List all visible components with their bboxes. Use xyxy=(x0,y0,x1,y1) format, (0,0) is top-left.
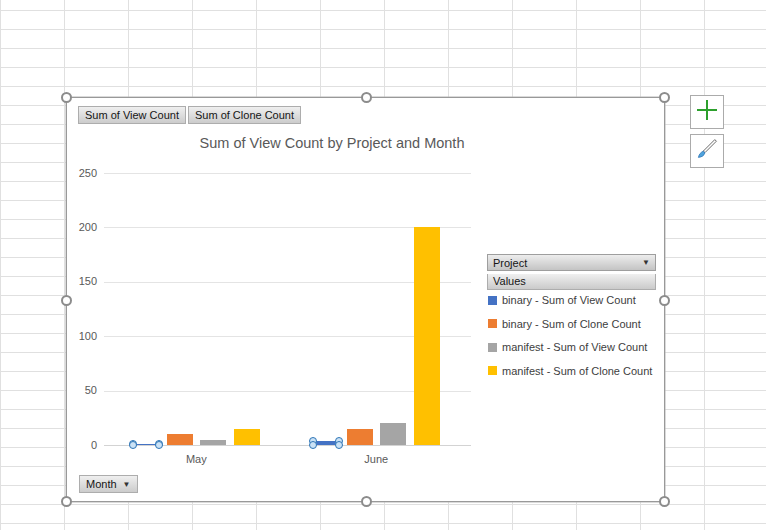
legend-swatch-icon xyxy=(488,319,497,328)
legend-field-label: Project xyxy=(493,257,527,269)
chart-elements-button[interactable] xyxy=(690,95,724,129)
axis-field-label: Month xyxy=(86,476,117,493)
legend-item-label: manifest - Sum of View Count xyxy=(502,341,647,353)
legend-item[interactable]: binary - Sum of View Count xyxy=(488,293,652,307)
bar-may-series1[interactable] xyxy=(167,434,193,445)
series-selection-handle[interactable] xyxy=(155,441,163,449)
brush-icon xyxy=(696,138,718,164)
x-axis-category-label: June xyxy=(331,453,421,467)
legend-item[interactable]: binary - Sum of Clone Count xyxy=(488,317,652,331)
series-selection-handle[interactable] xyxy=(335,441,343,449)
pivot-chart-object[interactable]: Sum of View Count Sum of Clone Count Sum… xyxy=(66,97,665,502)
legend-item[interactable]: manifest - Sum of Clone Count xyxy=(488,364,652,378)
y-axis-tick-label: 100 xyxy=(67,330,97,343)
series-selection-handle[interactable] xyxy=(129,441,137,449)
legend-swatch-icon xyxy=(488,343,497,352)
bar-may-series2[interactable] xyxy=(200,440,226,445)
chevron-down-icon: ▼ xyxy=(123,476,131,493)
chevron-down-icon: ▼ xyxy=(642,258,650,267)
bar-june-series1[interactable] xyxy=(347,429,373,445)
chart-selection-handle-top-left[interactable] xyxy=(61,92,72,103)
y-axis-tick-label: 150 xyxy=(67,275,97,288)
bar-may-series3[interactable] xyxy=(234,429,260,445)
chart-selection-handle-bottom-right[interactable] xyxy=(659,496,670,507)
bar-june-series3[interactable] xyxy=(414,227,440,445)
legend-values-header: Values xyxy=(487,274,656,290)
bar-june-series2[interactable] xyxy=(380,423,406,445)
series-selection-handle[interactable] xyxy=(309,441,317,449)
plus-icon xyxy=(696,99,718,125)
chart-selection-handle-middle-left[interactable] xyxy=(61,295,72,306)
chart-selection-handle-top-middle[interactable] xyxy=(361,92,372,103)
y-axis-tick-label: 200 xyxy=(67,221,97,234)
y-axis-tick-label: 50 xyxy=(67,384,97,397)
legend-item-label: manifest - Sum of Clone Count xyxy=(502,365,652,377)
legend-item[interactable]: manifest - Sum of View Count xyxy=(488,340,652,354)
chart-selection-handle-bottom-middle[interactable] xyxy=(361,496,372,507)
legend-swatch-icon xyxy=(488,366,497,375)
y-axis-tick-label: 250 xyxy=(67,167,97,180)
legend-values-label: Values xyxy=(493,275,526,287)
y-axis-tick-label: 0 xyxy=(67,439,97,452)
legend-item-label: binary - Sum of Clone Count xyxy=(502,318,641,330)
chart-styles-button[interactable] xyxy=(690,134,724,168)
chart-selection-handle-middle-right[interactable] xyxy=(659,295,670,306)
chart-legend: binary - Sum of View Countbinary - Sum o… xyxy=(488,293,652,387)
legend-item-label: binary - Sum of View Count xyxy=(502,294,636,306)
gridline xyxy=(104,173,471,174)
chart-selection-handle-bottom-left[interactable] xyxy=(61,496,72,507)
x-axis-category-label: May xyxy=(151,453,241,467)
axis-field-button-month[interactable]: Month ▼ xyxy=(79,475,138,493)
legend-swatch-icon xyxy=(488,296,497,305)
chart-selection-handle-top-right[interactable] xyxy=(659,92,670,103)
legend-field-button-project[interactable]: Project ▼ xyxy=(487,254,656,271)
